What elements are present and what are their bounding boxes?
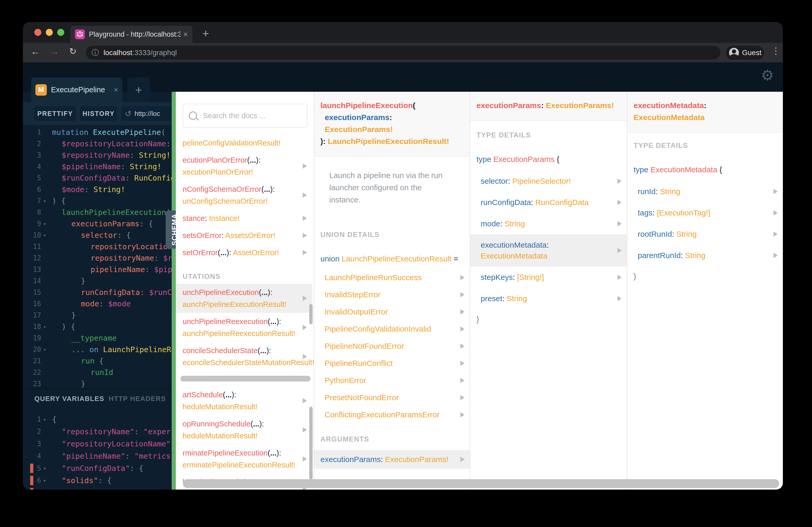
editor-line: 2"repositoryName": "experiments" xyxy=(23,426,172,438)
fold-caret-empty xyxy=(41,298,48,310)
type-field-row[interactable]: tags: [ExecutionTag!] xyxy=(627,202,783,224)
union-member-row[interactable]: PipelineConfigValidationInvalid xyxy=(324,320,470,337)
browser-menu-icon[interactable]: ⋮ xyxy=(771,45,780,56)
chevron-right-icon xyxy=(618,248,622,253)
union-member-row[interactable]: PipelineRunConflict xyxy=(324,355,470,372)
site-info-icon[interactable]: ⓘ xyxy=(91,48,99,58)
doc-field-item[interactable]: opRunningSchedule(...): heduleMutationRe… xyxy=(183,415,312,445)
type-field-row[interactable]: rootRunId: String xyxy=(627,224,783,245)
prettify-button[interactable]: PRETTIFY xyxy=(34,106,76,121)
doc-field-item[interactable]: setOrError(...): AssetOrError! xyxy=(183,244,312,261)
fold-caret-empty xyxy=(41,367,48,378)
endpoint-field[interactable]: ↺ http://loc xyxy=(121,106,172,121)
union-member-row[interactable]: PresetNotFoundError xyxy=(324,389,470,406)
query-editor[interactable]: 1mutation ExecutePipeline(2$repositoryLo… xyxy=(23,125,172,390)
fold-caret-icon[interactable]: ▾ xyxy=(41,195,48,207)
scrollbar-thumb[interactable] xyxy=(309,407,313,479)
search-icon xyxy=(189,111,197,120)
chevron-right-icon xyxy=(618,179,622,184)
fold-caret-empty xyxy=(41,241,48,252)
tab-close-icon[interactable]: × xyxy=(183,30,188,39)
minimize-window-button[interactable] xyxy=(46,29,53,36)
forward-icon[interactable]: → xyxy=(50,46,59,57)
editor-line: 22runId xyxy=(23,367,172,378)
editor-line: 4$pipelineName: String! xyxy=(23,161,172,172)
docs-horizontal-scrollbar[interactable] xyxy=(183,479,779,488)
query-tab-close-icon[interactable]: × xyxy=(114,86,118,94)
union-member-row[interactable]: InvalidOutputError xyxy=(324,303,470,320)
fold-caret-icon[interactable]: ▾ xyxy=(41,487,48,490)
type-declaration: type ExecutionParams { xyxy=(477,155,627,164)
doc-field-item[interactable]: unchPipelineReexecution(...): aunchPipel… xyxy=(183,313,312,342)
doc-field-item[interactable]: stance: Instance! xyxy=(183,210,312,227)
union-member-row[interactable]: PythonError xyxy=(324,372,470,389)
endpoint-reload-icon[interactable]: ↺ xyxy=(125,109,131,118)
doc-field-item[interactable]: artSchedule(...): heduleMutationResult! xyxy=(183,386,312,415)
chevron-right-icon xyxy=(303,398,307,403)
doc-field-item[interactable]: concileSchedulerState(...): econcileSche… xyxy=(183,342,312,371)
fold-caret-empty xyxy=(41,287,48,298)
fold-caret-icon[interactable]: ▾ xyxy=(41,462,48,475)
chevron-right-icon xyxy=(303,193,307,198)
type-field-row[interactable]: stepKeys: [String!] xyxy=(470,267,627,288)
fold-caret-icon[interactable]: ▾ xyxy=(41,229,48,241)
tab-http-headers[interactable]: HTTP HEADERS xyxy=(109,395,166,403)
new-query-tab-button[interactable]: + xyxy=(128,77,150,102)
fold-caret-icon[interactable]: ▾ xyxy=(41,344,48,355)
editor-line: 18▾) { xyxy=(23,321,172,332)
doc-field-item[interactable]: setsOrError: AssetsOrError! xyxy=(183,227,312,244)
fold-caret-icon[interactable]: ▾ xyxy=(41,218,48,229)
type-field-row[interactable]: selector: PipelineSelector! xyxy=(470,170,627,192)
url-path: :3333/graphql xyxy=(132,49,177,57)
close-window-button[interactable] xyxy=(34,29,41,36)
docs-search-box[interactable] xyxy=(183,104,307,127)
chevron-right-icon xyxy=(460,344,465,349)
union-member-row[interactable]: LaunchPipelineRunSuccess xyxy=(324,269,470,286)
union-member-row[interactable]: InvalidStepError xyxy=(324,286,470,303)
union-member-row[interactable]: PipelineNotFoundError xyxy=(324,337,470,355)
chevron-right-icon xyxy=(618,275,622,280)
doc-field-item[interactable]: pelineConfigValidationResult! xyxy=(183,134,312,151)
doc-field-item[interactable]: ecutionPlanOrError(...): xecutionPlanOrE… xyxy=(183,151,312,181)
chevron-right-icon xyxy=(303,296,307,301)
browser-tab[interactable]: Playground - http://localhost:3 × xyxy=(70,26,192,43)
maximize-window-button[interactable] xyxy=(57,29,64,36)
type-field-row[interactable]: mode: String xyxy=(470,213,627,235)
doc-field-item[interactable]: rminatePipelineExecution(...): erminateP… xyxy=(183,445,312,473)
type-field-row[interactable]: preset: String xyxy=(470,288,627,309)
settings-gear-icon[interactable]: ⚙ xyxy=(761,68,774,82)
variables-editor[interactable]: 1▾{2"repositoryName": "experiments"3"rep… xyxy=(23,413,172,490)
back-icon[interactable]: ← xyxy=(31,46,40,57)
union-member-row[interactable]: ConflictingExecutionParamsError xyxy=(324,406,470,423)
fold-caret-icon[interactable]: ▾ xyxy=(41,321,48,332)
editor-line: 5▾"runConfigData": { xyxy=(23,462,172,475)
reload-icon[interactable]: ↻ xyxy=(69,46,77,56)
fold-caret-empty xyxy=(41,126,48,138)
query-tab-executepipeline[interactable]: M ExecutePipeline × xyxy=(31,77,122,102)
type-field-row[interactable]: runId: String xyxy=(627,181,783,202)
docs-column-root: pelineConfigValidationResult!ecutionPlan… xyxy=(176,92,314,490)
fold-caret-icon[interactable]: ▾ xyxy=(41,413,48,426)
guest-profile-button[interactable]: Guest xyxy=(725,45,765,60)
argument-row[interactable]: executionParams: ExecutionParams! xyxy=(314,450,470,469)
type-field-row[interactable]: parentRunId: String xyxy=(627,245,783,266)
new-tab-button[interactable]: + xyxy=(202,28,209,39)
tab-query-variables[interactable]: QUERY VARIABLES xyxy=(34,395,104,403)
fold-caret-icon[interactable]: ▾ xyxy=(41,475,48,487)
editor-line: 8launchPipelineExecution( xyxy=(23,207,172,218)
type-field-row[interactable]: executionMetadata:ExecutionMetadata xyxy=(470,235,627,267)
editor-line: 12repositoryName: $repositoryName xyxy=(23,252,172,264)
doc-field-item[interactable]: nConfigSchemaOrError(...): unConfigSchem… xyxy=(183,181,312,210)
chevron-right-icon xyxy=(460,412,465,417)
address-bar[interactable]: ⓘ localhost:3333/graphql xyxy=(86,46,721,60)
fold-caret-empty xyxy=(41,252,48,264)
scrollbar-thumb[interactable] xyxy=(309,304,313,324)
list-horizontal-scrollbar[interactable] xyxy=(180,376,310,381)
doc-field-item[interactable]: unchPipelineExecution(...): aunchPipelin… xyxy=(176,284,312,313)
history-button[interactable]: HISTORY xyxy=(80,106,117,121)
chevron-right-icon xyxy=(460,378,465,383)
docs-column-field: launchPipelineExecution( executionParams… xyxy=(314,92,470,490)
fold-caret-empty xyxy=(41,264,48,275)
docs-search-input[interactable] xyxy=(202,111,301,120)
type-field-row[interactable]: runConfigData: RunConfigData xyxy=(470,192,627,213)
